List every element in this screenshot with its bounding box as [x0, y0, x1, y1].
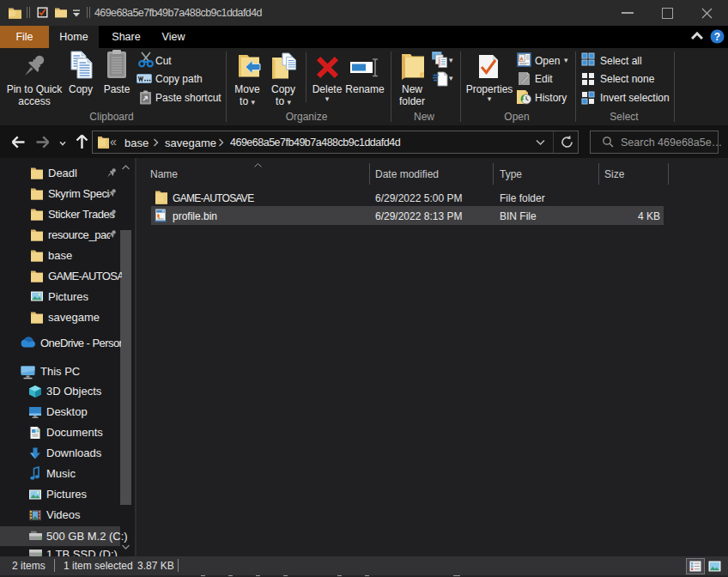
svg-text:?: ? — [714, 31, 720, 43]
